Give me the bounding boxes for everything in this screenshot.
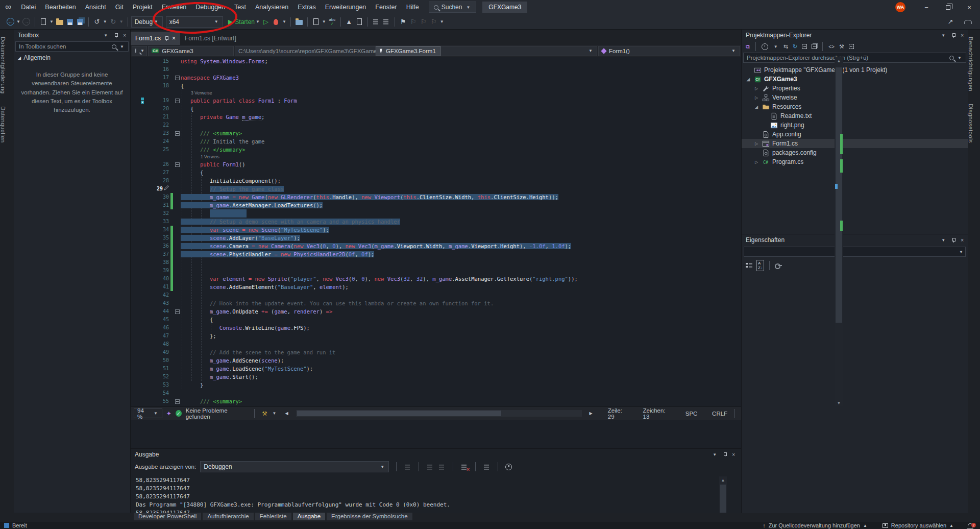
next-message-icon[interactable] — [438, 464, 446, 470]
start-debugging-button[interactable]: ▶ Starten — [228, 16, 255, 28]
user-avatar[interactable]: WA — [895, 2, 905, 12]
chevron-expanded-icon[interactable]: ◢ — [746, 77, 751, 82]
tree-item-app-config[interactable]: App.config — [742, 130, 968, 139]
line-number[interactable]: 15 — [154, 57, 170, 65]
feedback-icon[interactable] — [4, 523, 9, 528]
chevron-collapsed-icon[interactable]: ▷ — [754, 160, 759, 164]
save-button[interactable] — [65, 16, 75, 28]
tab-diagnostic-tools[interactable]: Diagnosetools — [968, 99, 974, 148]
select-element-button[interactable]: ▲ — [344, 16, 354, 28]
navigate-back-button[interactable]: ← — [5, 16, 15, 28]
codelens-indicator[interactable]: 1 Verweis — [201, 154, 741, 160]
menu-item-projekt[interactable]: Projekt — [128, 0, 157, 14]
tab-pin-icon[interactable] — [164, 36, 168, 40]
scroll-up-icon[interactable]: ▲ — [835, 57, 843, 64]
view-code-icon[interactable]: <> — [828, 44, 835, 50]
zoom-dropdown[interactable]: 94 %▼ — [134, 408, 162, 418]
filter-dropdown-icon[interactable]: ▼ — [774, 44, 778, 49]
tool-tab-ausgabe[interactable]: Ausgabe — [293, 513, 325, 520]
line-number[interactable]: 31 — [154, 201, 170, 209]
scroll-down-icon[interactable]: ▼ — [835, 399, 843, 406]
eol-indicator[interactable]: CRLF — [712, 411, 727, 417]
code-line[interactable]: 19 public partial class Form1 : Form — [131, 97, 741, 105]
line-number[interactable]: 39 — [154, 267, 170, 275]
properties-icon[interactable]: ⚒ — [839, 43, 844, 50]
line-number[interactable]: 38 — [154, 258, 170, 267]
line-number[interactable]: 33 — [154, 218, 170, 226]
code-line[interactable]: 20 { — [131, 105, 741, 113]
code-line[interactable]: 49 // Add the scene to the game and run … — [131, 348, 741, 356]
preview-icon[interactable] — [849, 44, 854, 49]
preview-selected-icon[interactable] — [812, 44, 817, 49]
code-line[interactable]: 29 // Setup the game class — [131, 185, 741, 193]
code-line[interactable]: 54 — [131, 389, 741, 397]
next-bookmark-button[interactable]: ⚐ — [419, 16, 429, 28]
solution-platform-dropdown[interactable]: x64▼ — [166, 16, 223, 28]
code-line[interactable]: 36 scene.Camera = new Camera(new Vec3(0,… — [131, 242, 741, 250]
code-line[interactable]: 38 — [131, 258, 741, 267]
spaces-indicator[interactable]: SPC — [685, 411, 698, 417]
menu-item-fenster[interactable]: Fenster — [371, 0, 401, 14]
code-line[interactable]: 43 // Hook into the update event. You ca… — [131, 299, 741, 307]
navigate-back-dropdown[interactable]: ▼ — [16, 19, 20, 24]
tree-item-program-cs[interactable]: ▷C#Program.cs — [742, 157, 968, 166]
code-cleanup-icon[interactable]: ⚒ — [262, 410, 267, 417]
line-number[interactable]: 45 — [154, 316, 170, 324]
line-number[interactable]: 52 — [154, 373, 170, 381]
clear-bookmarks-button[interactable]: ⚐ — [429, 16, 439, 28]
close-button[interactable]: × — [959, 0, 980, 14]
live-share-button[interactable] — [963, 16, 973, 28]
start-without-debugging-button[interactable]: ▷ — [261, 16, 271, 28]
line-number[interactable]: 46 — [154, 324, 170, 332]
health-status[interactable]: Keine Probleme gefunden — [186, 407, 248, 420]
code-line[interactable]: 15using System.Windows.Forms; — [131, 57, 741, 65]
collapse-all-icon[interactable] — [802, 44, 807, 49]
line-number[interactable]: 55 — [154, 397, 170, 405]
add-to-source-control-button[interactable]: Zur Quellcodeverwaltung hinzufügen — [769, 522, 860, 528]
find-in-files-button[interactable] — [294, 16, 304, 28]
undo-dropdown[interactable]: ▼ — [103, 19, 107, 24]
switch-views-icon[interactable]: ⧉ — [746, 43, 750, 50]
line-number[interactable]: 17 — [154, 74, 170, 82]
share-button[interactable]: ↗ — [945, 16, 955, 28]
code-line[interactable]: 26 public Form1() — [131, 160, 741, 169]
code-line[interactable]: 47 }; — [131, 332, 741, 340]
menu-item-extras[interactable]: Extras — [293, 0, 320, 14]
new-project-button[interactable] — [38, 16, 48, 28]
code-line[interactable]: 46 Console.WriteLine(game.FPS); — [131, 324, 741, 332]
solution-search-dropdown[interactable]: ▼ — [958, 56, 962, 60]
code-line[interactable]: 52 m_game.Start(); — [131, 373, 741, 381]
navbar-project-dropdown[interactable]: C# GFXGame3 — [148, 46, 234, 56]
timestamp-icon[interactable] — [505, 464, 512, 470]
code-line[interactable]: 39 — [131, 267, 741, 275]
editor-vscrollbar[interactable]: ▲ ▼ — [835, 57, 843, 406]
tree-item-gfxgame3[interactable]: ◢C#GFXGame3 — [742, 75, 968, 84]
select-repository-button[interactable]: Repository auswählen — [891, 522, 946, 528]
output-close-icon[interactable]: × — [732, 452, 735, 458]
hscroll-left-arrow[interactable]: ◀ — [282, 407, 292, 420]
line-number[interactable]: 49 — [154, 348, 170, 356]
alphabetical-sort-icon[interactable]: AZ↓ — [756, 260, 764, 271]
line-number[interactable]: 48 — [154, 340, 170, 348]
code-line[interactable]: 16 — [131, 65, 741, 74]
indent-increase-button[interactable] — [381, 16, 391, 28]
code-line[interactable]: 44 m_game.OnUpdate += (game, renderer) =… — [131, 307, 741, 316]
tree-item-properties[interactable]: ▷Properties — [742, 84, 968, 93]
tree-item-projektmappe-gfxgame3-1-von-1-projekt-[interactable]: Projektmappe "GFXGame3" (1 von 1 Projekt… — [742, 65, 968, 75]
restore-button[interactable] — [937, 0, 959, 14]
line-number[interactable]: 44 — [154, 307, 170, 316]
code-line[interactable]: 25 /// </summary> — [131, 146, 741, 154]
word-wrap-icon[interactable] — [483, 464, 491, 470]
line-number[interactable]: 24 — [154, 137, 170, 146]
code-line[interactable]: 50 m_game.AddScene(scene); — [131, 356, 741, 365]
tree-item-packages-config[interactable]: packages.config — [742, 148, 968, 157]
toolbox-menu-icon[interactable]: ▼ — [104, 33, 108, 38]
menu-item-erstellen[interactable]: Erstellen — [157, 0, 191, 14]
start-dropdown[interactable]: ▼ — [256, 19, 260, 24]
line-number[interactable]: 16 — [154, 65, 170, 74]
fold-collapse-icon[interactable] — [175, 309, 180, 314]
code-line[interactable]: 48 — [131, 340, 741, 348]
code-line[interactable]: 18{ — [131, 82, 741, 90]
code-line[interactable]: 34 var scene = new Scene("MyTestScene"); — [131, 226, 741, 234]
intellisense-icon[interactable]: ✦ — [166, 410, 172, 417]
